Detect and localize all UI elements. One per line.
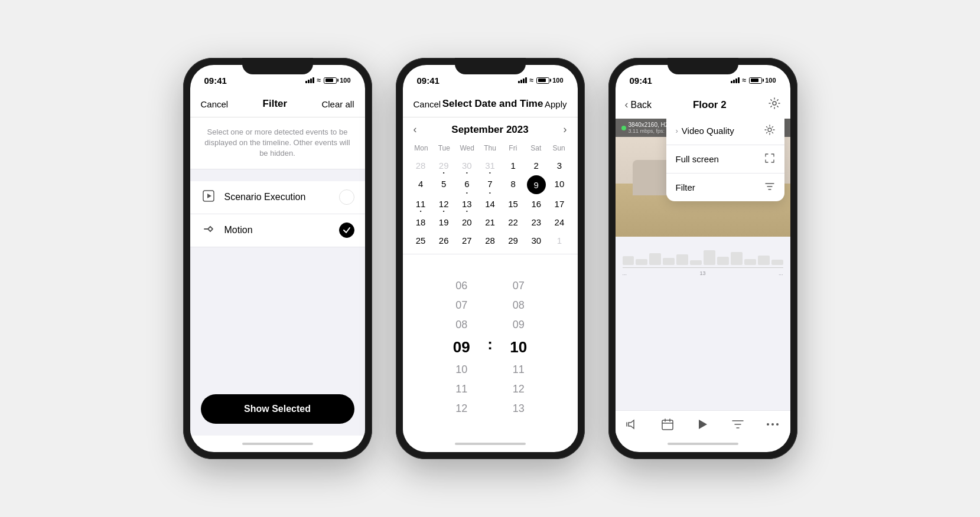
home-indicator-2	[403, 436, 578, 452]
calendar-day-30[interactable]: 26	[433, 232, 455, 249]
calendar-day-28[interactable]: 24	[548, 214, 570, 231]
back-button[interactable]: ‹ Back	[625, 99, 652, 111]
calendar-day-26[interactable]: 22	[502, 214, 524, 231]
calendar-day-31[interactable]: 27	[456, 232, 478, 249]
scenario-icon	[201, 189, 216, 205]
calendar-day-10[interactable]: 6	[456, 175, 478, 194]
next-month-button[interactable]: ›	[564, 123, 567, 136]
calendar-day-23[interactable]: 19	[433, 214, 455, 231]
calendar-content: Cancel Select Date and Time Apply ‹ Sept…	[403, 91, 578, 436]
menu-fullscreen[interactable]: Full screen	[666, 145, 784, 174]
show-button-container: Show Selected	[201, 394, 354, 424]
timeline-chart	[623, 241, 783, 265]
calendar-day-20[interactable]: 16	[525, 195, 547, 212]
calendar-day-2[interactable]: 29	[433, 157, 455, 174]
hour-selected: 09	[438, 335, 485, 360]
menu-video-quality[interactable]: › Video Quality	[666, 119, 784, 145]
phone-notch-2	[455, 58, 526, 74]
calendar-day-16[interactable]: 12	[433, 195, 455, 212]
calendar-day-3[interactable]: 30	[456, 157, 478, 174]
battery-pct-3: 100	[765, 77, 776, 84]
calendar-day-34[interactable]: 30	[525, 232, 547, 249]
calendar-button[interactable]	[656, 415, 679, 433]
wifi-icon-2: ≈	[530, 76, 534, 84]
status-icons-1: ≈ 100	[305, 76, 351, 84]
settings-button[interactable]	[768, 97, 781, 113]
show-selected-button[interactable]: Show Selected	[201, 394, 354, 424]
timeline-area: ... 13 ...	[616, 237, 790, 410]
calendar-day-19[interactable]: 15	[502, 195, 524, 212]
calendar-day-22[interactable]: 18	[410, 214, 432, 231]
calendar-day-29[interactable]: 25	[410, 232, 432, 249]
calendar-day-24[interactable]: 20	[456, 214, 478, 231]
hour-item-above0: 08	[438, 315, 485, 335]
filter-cancel-button[interactable]: Cancel	[201, 99, 229, 109]
play-button[interactable]	[691, 415, 714, 433]
filter-menu-icon	[764, 181, 775, 194]
filter-label: Filter	[676, 182, 695, 192]
phone-calendar: 09:41 ≈ 100 Cancel Select Date and Time …	[396, 58, 585, 459]
prev-month-button[interactable]: ‹	[414, 123, 417, 136]
scenario-toggle[interactable]	[339, 189, 354, 205]
min-item-above0: 09	[495, 315, 542, 335]
live-indicator	[621, 126, 626, 130]
calendar-day-5[interactable]: 1	[502, 157, 524, 174]
svg-point-9	[767, 423, 769, 426]
calendar-day-17[interactable]: 13	[456, 195, 478, 212]
battery-icon-2	[536, 77, 549, 84]
motion-toggle[interactable]	[339, 222, 354, 238]
minute-column[interactable]: 07 08 09 10 11 12 13	[495, 276, 542, 418]
camera-content: ‹ Back Floor 2	[616, 91, 790, 436]
calendar-day-7[interactable]: 3	[548, 157, 570, 174]
calendar-day-27[interactable]: 23	[525, 214, 547, 231]
hour-item-below1: 11	[438, 379, 485, 399]
camera-screen: ‹ Back Floor 2	[616, 91, 790, 436]
time-separator	[403, 254, 578, 254]
calendar-nav-bar: Cancel Select Date and Time Apply	[403, 91, 578, 117]
calendar-day-11[interactable]: 7	[479, 175, 501, 194]
calendar-day-12[interactable]: 8	[502, 175, 524, 194]
calendar-day-32[interactable]: 28	[479, 232, 501, 249]
hour-item-above2: 06	[438, 276, 485, 296]
timeline-labels: ... 13 ...	[623, 268, 783, 276]
hour-column[interactable]: 06 07 08 09 10 11 12	[438, 276, 485, 418]
calendar-day-33[interactable]: 29	[502, 232, 524, 249]
phone-filter: 09:41 ≈ 100 Cancel Filte	[183, 58, 372, 459]
menu-filter[interactable]: Filter	[666, 174, 784, 201]
calendar-day-14[interactable]: 10	[548, 175, 570, 194]
calendar-day-6[interactable]: 2	[525, 157, 547, 174]
calendar-apply-button[interactable]: Apply	[545, 99, 567, 109]
filter-title: Filter	[263, 98, 288, 110]
calendar-day-4[interactable]: 31	[479, 157, 501, 174]
calendar-day-35[interactable]: 1	[548, 232, 570, 249]
calendar-day-15[interactable]: 11	[410, 195, 432, 212]
quality-icon	[764, 125, 775, 137]
min-item-above1: 08	[495, 296, 542, 315]
calendar-day-13[interactable]: 9	[527, 175, 546, 194]
motion-label: Motion	[224, 225, 331, 235]
svg-point-11	[776, 423, 779, 426]
calendar-day-8[interactable]: 4	[410, 175, 432, 194]
min-item-below0: 11	[495, 360, 542, 379]
day-tue: Tue	[432, 142, 455, 155]
calendar-day-1[interactable]: 28	[410, 157, 432, 174]
filter-item-scenario[interactable]: Scenario Execution	[190, 181, 365, 214]
calendar-cancel-button[interactable]: Cancel	[414, 99, 441, 109]
filter-clear-button[interactable]: Clear all	[321, 99, 354, 109]
time-picker[interactable]: 06 07 08 09 10 11 12 : 07 08 09 10 1	[403, 259, 578, 436]
signal-icon-2	[518, 77, 527, 83]
back-chevron-icon: ‹	[625, 99, 629, 111]
time-colon: :	[485, 335, 495, 354]
status-icons-2: ≈ 100	[518, 76, 564, 84]
volume-button[interactable]	[621, 415, 644, 433]
calendar-day-21[interactable]: 17	[548, 195, 570, 212]
calendar-day-9[interactable]: 5	[433, 175, 455, 194]
filter-toolbar-button[interactable]	[727, 415, 749, 433]
more-button[interactable]	[761, 420, 784, 428]
filter-item-motion[interactable]: Motion	[190, 214, 365, 247]
phone-notch-3	[668, 58, 738, 74]
calendar-day-25[interactable]: 21	[479, 214, 501, 231]
calendar-day-18[interactable]: 14	[479, 195, 501, 212]
filter-nav-bar: Cancel Filter Clear all	[190, 91, 365, 117]
day-headers: Mon Tue Wed Thu Fri Sat Sun	[410, 142, 571, 155]
